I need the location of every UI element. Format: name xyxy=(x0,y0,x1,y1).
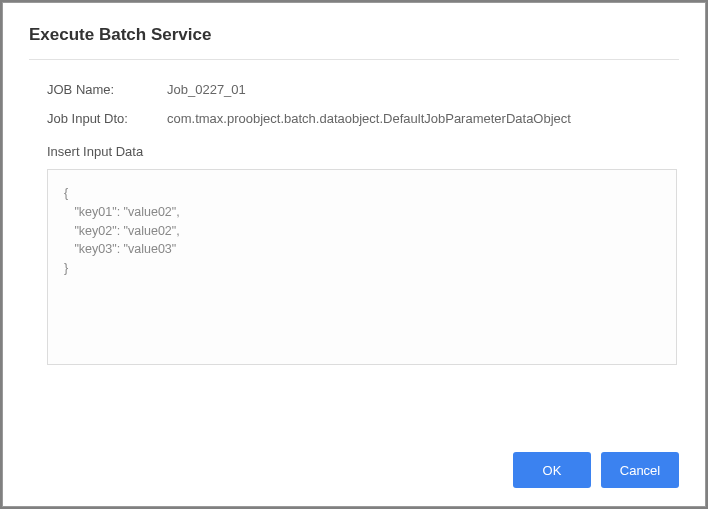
job-input-dto-label: Job Input Dto: xyxy=(47,111,167,126)
execute-batch-service-dialog: Execute Batch Service JOB Name: Job_0227… xyxy=(2,2,706,507)
cancel-button[interactable]: Cancel xyxy=(601,452,679,488)
textarea-wrapper xyxy=(29,169,679,369)
job-name-value: Job_0227_01 xyxy=(167,82,246,97)
job-name-row: JOB Name: Job_0227_01 xyxy=(29,82,679,97)
input-data-textarea[interactable] xyxy=(47,169,677,365)
dialog-title: Execute Batch Service xyxy=(29,25,679,60)
insert-input-data-label: Insert Input Data xyxy=(29,144,679,159)
dialog-content: Execute Batch Service JOB Name: Job_0227… xyxy=(3,3,705,438)
job-name-label: JOB Name: xyxy=(47,82,167,97)
dialog-footer: OK Cancel xyxy=(3,438,705,506)
job-input-dto-value: com.tmax.proobject.batch.dataobject.Defa… xyxy=(167,111,571,126)
ok-button[interactable]: OK xyxy=(513,452,591,488)
job-input-dto-row: Job Input Dto: com.tmax.proobject.batch.… xyxy=(29,111,679,126)
